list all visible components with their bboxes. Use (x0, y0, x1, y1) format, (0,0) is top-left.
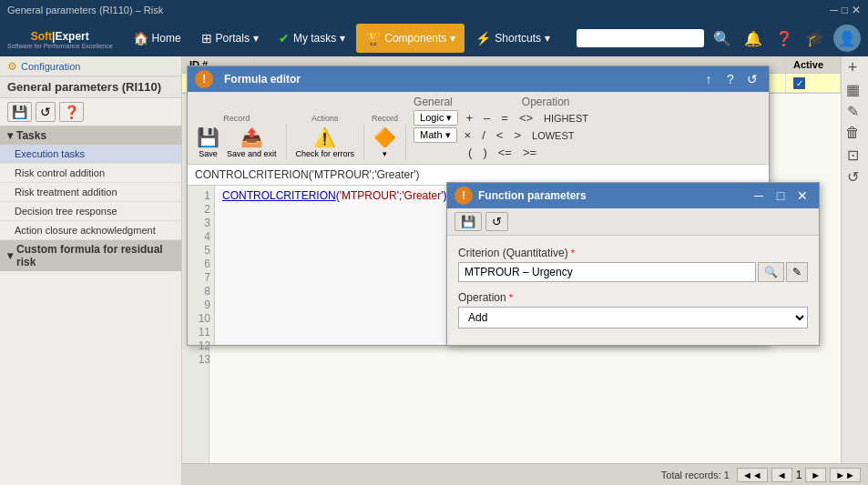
formula-dialog-refresh[interactable]: ↺ (743, 70, 761, 88)
sidebar-item-risk-control[interactable]: Risk control addition (0, 164, 181, 183)
warning-icon: 🔶 (373, 126, 396, 148)
save-formula-icon: 💾 (197, 126, 220, 148)
shortcuts-button[interactable]: ⚡ Shortcuts ▾ (466, 24, 559, 53)
fp-controls: ─ □ ✕ (750, 187, 812, 205)
criterion-label: Criterion (Quantitative) * (458, 247, 808, 259)
divider1 (286, 124, 287, 160)
op-plus[interactable]: + (462, 110, 476, 126)
sidebar-item-execution-tasks[interactable]: Execution tasks (0, 145, 181, 164)
pagination: ◄◄ ◄ 1 ► ►► (737, 468, 861, 482)
sidebar-item-decision-tree[interactable]: Decision tree response (0, 202, 181, 221)
op-neq[interactable]: <> (516, 110, 536, 126)
sidebar-item-action-closure[interactable]: Action closure acknowledgment (0, 221, 181, 240)
refresh-button[interactable]: ↺ (36, 102, 56, 122)
last-page-button[interactable]: ►► (830, 468, 861, 482)
warning-button[interactable]: 🔶 ▾ (372, 125, 398, 160)
portals-icon: ⊞ (201, 31, 212, 45)
fp-maximize[interactable]: □ (771, 187, 790, 205)
formula-fn-name[interactable]: CONTROLCRITERION (222, 189, 336, 202)
formula-dialog-controls: ↑ ? ↺ (700, 70, 761, 88)
formula-display-text: CONTROLCRITERION('MTPROUR';'Greater') (195, 168, 420, 181)
portals-label: Portals (216, 32, 250, 45)
operation-required: * (509, 292, 513, 303)
op-rparen[interactable]: ) (479, 145, 490, 160)
op-lte[interactable]: <= (495, 145, 516, 160)
save-exit-icon: 📤 (240, 126, 263, 148)
notifications-button[interactable]: 🔔 (740, 25, 766, 51)
func-params-dialog: ! Function parameters ─ □ ✕ 💾 ↺ Criterio… (446, 182, 820, 346)
check-errors-button[interactable]: ⚠️ Check for errors (294, 125, 357, 160)
active-checkbox[interactable]: ✓ (793, 77, 805, 89)
divider3 (405, 124, 406, 160)
grid-button[interactable]: ▦ (842, 78, 863, 100)
home-button[interactable]: 🏠 Home (124, 24, 190, 53)
formula-dialog-restore[interactable]: ↑ (700, 70, 718, 88)
criterion-input-row: 🔍 ✎ (458, 262, 808, 282)
fp-toolbar: 💾 ↺ (447, 208, 819, 236)
op-minus[interactable]: – (480, 110, 494, 126)
actions-group: Actions ⚠️ Check for errors (294, 114, 357, 160)
save-button[interactable]: 💾 (7, 102, 32, 122)
save-exit-formula-button[interactable]: 📤 Save and exit (225, 125, 279, 160)
right-action-panel: + ▦ ✎ 🗑 ⊡ ↺ (841, 56, 868, 463)
delete-button[interactable]: 🗑 (842, 122, 863, 144)
td-active: ✓ (786, 74, 841, 92)
config-link[interactable]: Configuration (21, 61, 80, 72)
refresh-row-button[interactable]: ↺ (842, 166, 863, 187)
formula-toolbar: Record 💾 Save 📤 Save and exit Actions ⚠️… (188, 92, 769, 165)
op-div[interactable]: / (478, 127, 489, 143)
op-mult[interactable]: × (461, 127, 475, 143)
logic-dropdown[interactable]: Logic ▾ (414, 110, 458, 126)
criterion-input[interactable] (458, 262, 756, 282)
save-formula-button[interactable]: 💾 Save (195, 125, 221, 160)
first-page-button[interactable]: ◄◄ (737, 468, 768, 482)
window-titlebar: General parameters (RI110) – Risk ─ □ ✕ (0, 0, 868, 20)
fp-refresh[interactable]: ↺ (485, 212, 508, 231)
op-gte[interactable]: >= (519, 145, 540, 160)
breadcrumb: ⚙ Configuration (0, 56, 181, 76)
search-button[interactable]: 🔍 (710, 25, 735, 51)
help-button[interactable]: ❓ (771, 25, 797, 51)
actions-label: Actions (311, 114, 339, 123)
lowest-label: LOWEST (532, 130, 574, 141)
mytasks-button[interactable]: ✔ My tasks ▾ (270, 24, 354, 53)
help-sidebar-button[interactable]: ❓ (59, 102, 84, 122)
logo-text: Soft|Expert (31, 28, 89, 43)
components-button[interactable]: 🏆 Components ▾ (356, 24, 465, 53)
settings-button[interactable]: 🎓 (802, 25, 828, 51)
formula-dialog-help[interactable]: ? (721, 70, 740, 88)
fp-save[interactable]: 💾 (454, 212, 482, 231)
op-lparen[interactable]: ( (465, 145, 475, 160)
edit-button[interactable]: ✎ (842, 100, 863, 122)
criterion-search-button[interactable]: 🔍 (758, 262, 784, 282)
custom-formula-section-header[interactable]: ▾ Custom formula for residual risk (0, 240, 181, 271)
next-page-button[interactable]: ► (805, 468, 826, 482)
custom-formula-collapse-icon: ▾ (7, 249, 13, 262)
search-input[interactable] (577, 29, 704, 47)
tasks-section-header[interactable]: ▾ Tasks (0, 126, 181, 145)
add-row-button[interactable]: + (842, 56, 863, 78)
search-area: 🔍 🔔 ❓ 🎓 👤 (577, 25, 861, 52)
page-title: General parameters (RI110) (0, 76, 181, 98)
func-params-title: Function parameters (478, 189, 587, 202)
op-lt[interactable]: < (493, 127, 507, 143)
criterion-clear-button[interactable]: ✎ (786, 262, 808, 282)
op-gt[interactable]: > (510, 127, 525, 143)
math-dropdown[interactable]: Math ▾ (414, 127, 457, 143)
portals-button[interactable]: ⊞ Portals ▾ (192, 24, 268, 53)
op-eq[interactable]: = (497, 110, 512, 126)
window-maximize[interactable]: □ (842, 4, 848, 16)
sidebar-item-risk-treatment[interactable]: Risk treatment addition (0, 183, 181, 202)
formula-dialog-title: Formula editor (224, 73, 301, 86)
export-button[interactable]: ⊡ (842, 144, 863, 166)
avatar[interactable]: 👤 (833, 25, 861, 52)
window-close[interactable]: ✕ (852, 4, 861, 16)
window-minimize[interactable]: ─ (830, 4, 838, 16)
save-formula-label: Save (199, 149, 218, 158)
prev-page-button[interactable]: ◄ (771, 468, 792, 482)
fp-minimize[interactable]: ─ (750, 187, 768, 205)
fp-close[interactable]: ✕ (793, 187, 812, 205)
operation-select[interactable]: Add Subtract Multiply Divide (458, 307, 808, 328)
shortcuts-label: Shortcuts (495, 32, 541, 45)
check-errors-icon: ⚠️ (313, 126, 336, 148)
